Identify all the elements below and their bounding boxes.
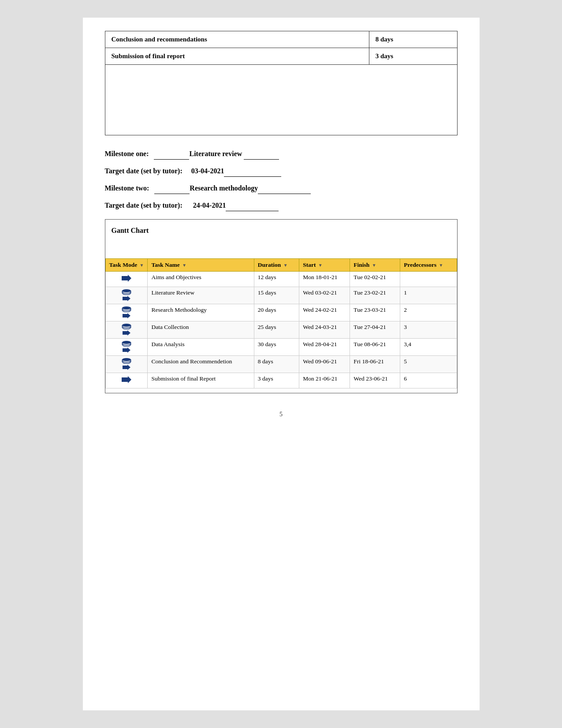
predecessors-cell: 3,4 [400,339,457,356]
milestone-two-line: Milestone two: Research methodology [105,183,458,194]
col-task-name[interactable]: Task Name ▼ [148,259,254,272]
duration-sort-icon: ▼ [283,263,288,268]
duration-cell: 20 days [254,304,299,321]
duration-cell: 15 days [254,287,299,304]
svg-point-9 [122,358,131,361]
conclusion-row: Conclusion and recommendations 8 days [105,31,457,48]
target-date-one-label: Target date (set by tutor): [105,167,191,175]
predecessors-sort-icon: ▼ [439,263,443,268]
task-name-cell: Literature Review [148,287,254,304]
gantt-spacer [105,241,457,258]
svg-marker-0 [122,275,131,282]
task-mode-arrow-icon [121,274,132,283]
submission-days: 3 days [369,48,457,65]
target-date-two-value: 24-04-2021 [193,202,226,209]
svg-point-5 [122,324,131,327]
predecessors-cell: 1 [400,287,457,304]
svg-marker-8 [123,347,130,353]
svg-marker-6 [123,330,130,336]
task-name-cell: Conclusion and Recommendetion [148,356,254,373]
target-date-one-value: 03-04-2021 [191,167,224,175]
task-mode-db-arrow-icon [109,306,144,319]
milestone-two-text: Research methodology [190,184,258,192]
task-mode-cell [105,272,148,287]
target-date-one-blank [224,166,281,177]
predecessors-cell [400,272,457,287]
task-mode-sort-icon: ▼ [140,263,144,268]
task-mode-cell [105,321,148,339]
milestone-two-blank2 [258,183,311,194]
target-date-two-blank [226,200,279,211]
task-mode-cell [105,339,148,356]
svg-marker-4 [123,313,130,318]
milestone-one-label: Milestone one: [105,150,154,157]
page: Conclusion and recommendations 8 days Su… [83,18,480,710]
table-row: Research Methodology 20 days Wed 24-02-2… [105,304,457,321]
finish-cell: Tue 23-03-21 [350,304,400,321]
task-mode-cell [105,373,148,388]
milestone-two-blank1 [154,183,190,194]
svg-marker-10 [123,365,130,370]
target-date-two-label: Target date (set by tutor): [105,202,193,209]
submission-label: Submission of final report [105,48,369,65]
finish-cell: Tue 23-02-21 [350,287,400,304]
svg-marker-2 [123,296,130,301]
start-cell: Mon 21-06-21 [299,373,350,388]
finish-sort-icon: ▼ [372,263,376,268]
start-cell: Wed 09-06-21 [299,356,350,373]
task-name-cell: Aims and Objectives [148,272,254,287]
predecessors-cell: 2 [400,304,457,321]
task-mode-cell [105,356,148,373]
summary-table: Conclusion and recommendations 8 days Su… [105,31,458,135]
task-mode-db-arrow-icon [109,341,144,353]
finish-cell: Tue 02-02-21 [350,272,400,287]
start-cell: Wed 03-02-21 [299,287,350,304]
table-row: Conclusion and Recommendetion 8 days Wed… [105,356,457,373]
finish-cell: Tue 08-06-21 [350,339,400,356]
finish-cell: Wed 23-06-21 [350,373,400,388]
predecessors-cell: 3 [400,321,457,339]
conclusion-label: Conclusion and recommendations [105,31,369,48]
finish-cell: Fri 18-06-21 [350,356,400,373]
gantt-header-row: Task Mode ▼ Task Name ▼ Duration ▼ Start… [105,259,457,272]
table-row: Data Collection 25 days Wed 24-03-21 Tue… [105,321,457,339]
duration-cell: 12 days [254,272,299,287]
task-name-sort-icon: ▼ [182,263,186,268]
col-predecessors[interactable]: Predecessors ▼ [400,259,457,272]
table-row: Literature Review 15 days Wed 03-02-21 T… [105,287,457,304]
milestone-one-blank2 [244,149,279,160]
conclusion-days: 8 days [369,31,457,48]
gantt-section: Gantt Chart Task Mode ▼ Task Name ▼ Dura… [105,219,458,393]
task-name-cell: Data Collection [148,321,254,339]
submission-row: Submission of final report 3 days [105,48,457,65]
task-mode-db-arrow-icon [109,358,144,370]
milestone-one-blank1 [154,149,189,160]
page-number: 5 [105,411,458,418]
col-finish[interactable]: Finish ▼ [350,259,400,272]
svg-point-1 [122,289,131,292]
finish-cell: Tue 27-04-21 [350,321,400,339]
duration-cell: 3 days [254,373,299,388]
start-cell: Wed 24-03-21 [299,321,350,339]
col-duration[interactable]: Duration ▼ [254,259,299,272]
table-row: Aims and Objectives 12 days Mon 18-01-21… [105,272,457,287]
milestone-one-text: Literature review [189,150,242,157]
col-task-mode[interactable]: Task Mode ▼ [105,259,148,272]
task-name-cell: Data Analysis [148,339,254,356]
predecessors-cell: 5 [400,356,457,373]
target-date-two-line: Target date (set by tutor): 24-04-2021 [105,200,458,211]
col-start[interactable]: Start ▼ [299,259,350,272]
task-mode-arrow-icon [121,375,132,384]
task-mode-cell [105,287,148,304]
duration-cell: 8 days [254,356,299,373]
table-row: Submission of final Report 3 days Mon 21… [105,373,457,388]
task-mode-cell [105,304,148,321]
milestone-section: Milestone one: Literature review Target … [105,149,458,211]
table-row: Data Analysis 30 days Wed 28-04-21 Tue 0… [105,339,457,356]
svg-point-3 [122,306,131,310]
task-mode-db-arrow-icon [109,324,144,336]
start-cell: Wed 28-04-21 [299,339,350,356]
gantt-table: Task Mode ▼ Task Name ▼ Duration ▼ Start… [105,258,457,388]
task-name-cell: Research Methodology [148,304,254,321]
svg-marker-11 [122,376,131,383]
